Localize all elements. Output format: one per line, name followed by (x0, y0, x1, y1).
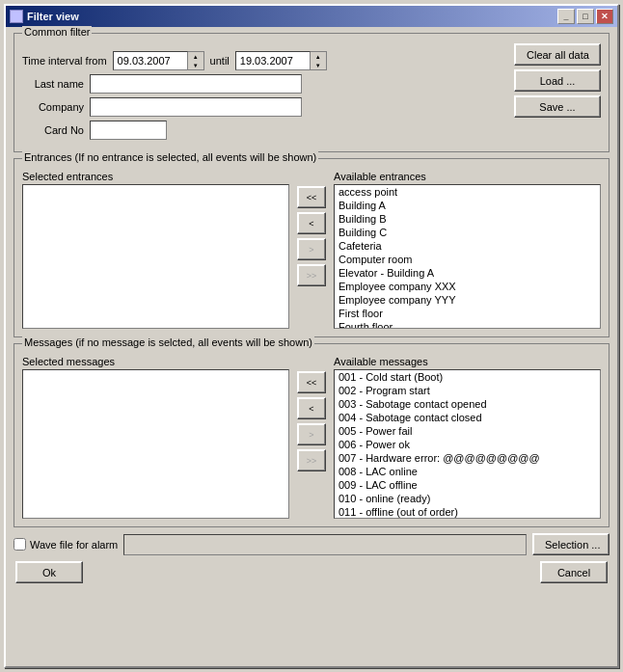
selected-messages-label: Selected messages (22, 356, 289, 367)
messages-arrow-buttons: << < > >> (293, 371, 330, 471)
entrances-section-label: Entrances (If no entrance is selected, a… (22, 151, 318, 163)
title-bar: Filter view _ □ ✕ (6, 6, 617, 27)
last-name-row: Last name (22, 74, 504, 94)
load-button[interactable]: Load ... (514, 69, 601, 92)
messages-move-all-left-button[interactable]: << (297, 371, 326, 393)
list-item[interactable]: 010 - online (ready) (335, 492, 600, 505)
list-item[interactable]: 006 - Power ok (335, 438, 600, 451)
window-icon (10, 10, 23, 23)
card-no-row: Card No (22, 121, 504, 140)
list-item[interactable]: 002 - Program start (335, 384, 600, 397)
minimize-button[interactable]: _ (557, 9, 575, 24)
cancel-button[interactable]: Cancel (540, 561, 608, 583)
right-buttons: Clear all data Load ... Save ... (514, 43, 601, 144)
title-bar-buttons: _ □ ✕ (557, 9, 613, 24)
list-item[interactable]: 004 - Sabotage contact closed (335, 411, 600, 424)
list-item[interactable]: Employee company XXX (335, 280, 600, 293)
messages-content: Selected messages << < > >> Available me… (22, 356, 601, 519)
list-item[interactable]: 008 - LAC online (335, 465, 600, 478)
selected-entrances-list[interactable] (22, 184, 289, 329)
title-bar-text: Filter view (10, 10, 79, 23)
messages-move-left-button[interactable]: < (297, 397, 326, 419)
time-interval-row: Time interval from ▲ ▼ until (22, 51, 504, 70)
entrances-move-right-button[interactable]: > (297, 238, 326, 260)
window-content: Common filter Time interval from ▲ ▼ (6, 27, 617, 589)
available-entrances-list[interactable]: access pointBuilding ABuilding BBuilding… (334, 184, 601, 329)
maximize-button[interactable]: □ (577, 9, 594, 24)
list-item[interactable]: access point (335, 185, 600, 199)
messages-section-label: Messages (if no message is selcted, all … (22, 336, 314, 348)
ok-button[interactable]: Ok (15, 561, 83, 583)
selected-entrances-panel: Selected entrances (22, 171, 289, 329)
list-item[interactable]: 005 - Power fail (335, 424, 600, 438)
date-from-up[interactable]: ▲ (188, 52, 203, 61)
date-until-down[interactable]: ▼ (311, 61, 326, 69)
date-from-input[interactable] (113, 51, 188, 70)
date-until-up[interactable]: ▲ (311, 52, 326, 61)
selected-messages-list[interactable] (22, 369, 289, 519)
list-item[interactable]: First floor (335, 307, 600, 320)
date-until-spinners: ▲ ▼ (311, 51, 327, 70)
list-item[interactable]: Fourth floor (335, 320, 600, 329)
messages-move-right-button[interactable]: > (297, 423, 326, 445)
form-rows: Time interval from ▲ ▼ until (22, 43, 504, 144)
entrances-move-all-right-button[interactable]: >> (297, 264, 326, 286)
list-item[interactable]: 001 - Cold start (Boot) (335, 370, 600, 384)
date-from-spinners: ▲ ▼ (188, 51, 204, 70)
company-input[interactable] (90, 97, 302, 117)
list-item[interactable]: 003 - Sabotage contact opened (335, 397, 600, 411)
window-title: Filter view (27, 11, 79, 22)
wave-label-text: Wave file for alarm (30, 539, 118, 551)
list-item[interactable]: 007 - Hardware error: @@@@@@@@@ (335, 451, 600, 465)
list-item[interactable]: Elevator - Building A (335, 266, 600, 280)
selected-messages-panel: Selected messages (22, 356, 289, 519)
filter-view-window: Filter view _ □ ✕ Common filter Time int… (4, 4, 619, 668)
available-messages-label: Available messages (334, 356, 601, 367)
available-entrances-label: Available entrances (334, 171, 601, 182)
entrances-arrow-buttons: << < > >> (293, 186, 330, 286)
entrances-section: Entrances (If no entrance is selected, a… (14, 158, 609, 337)
time-from-label: Time interval from (22, 55, 107, 67)
entrances-move-all-left-button[interactable]: << (297, 186, 326, 208)
selection-button[interactable]: Selection ... (532, 533, 609, 555)
wave-file-input[interactable] (123, 534, 527, 555)
wave-checkbox-label: Wave file for alarm (14, 538, 118, 551)
wave-checkbox[interactable] (14, 538, 26, 551)
company-row: Company (22, 97, 504, 117)
date-until-wrapper: ▲ ▼ (235, 51, 327, 70)
list-item[interactable]: 011 - offline (out of order) (335, 505, 600, 519)
available-messages-panel: Available messages 001 - Cold start (Boo… (334, 356, 601, 519)
close-button[interactable]: ✕ (596, 9, 613, 24)
card-no-input[interactable] (90, 121, 167, 140)
until-label: until (210, 55, 230, 67)
selected-entrances-label: Selected entrances (22, 171, 289, 182)
list-item[interactable]: Computer room (335, 253, 600, 266)
list-item[interactable]: Cafeteria (335, 239, 600, 253)
bottom-row: Wave file for alarm Selection ... (14, 533, 609, 555)
list-item[interactable]: Building A (335, 199, 600, 212)
list-item[interactable]: Building B (335, 212, 600, 226)
date-from-down[interactable]: ▼ (188, 61, 203, 69)
company-label: Company (22, 101, 90, 113)
entrances-move-left-button[interactable]: < (297, 212, 326, 234)
messages-move-all-right-button[interactable]: >> (297, 449, 326, 471)
date-from-wrapper: ▲ ▼ (113, 51, 204, 70)
available-messages-list[interactable]: 001 - Cold start (Boot)002 - Program sta… (334, 369, 601, 519)
last-name-input[interactable] (90, 74, 302, 94)
card-no-label: Card No (22, 124, 90, 136)
list-item[interactable]: Building C (335, 226, 600, 239)
common-filter-content: Time interval from ▲ ▼ until (22, 43, 601, 144)
available-entrances-panel: Available entrances access pointBuilding… (334, 171, 601, 329)
save-button[interactable]: Save ... (514, 95, 601, 118)
list-item[interactable]: Employee company YYY (335, 293, 600, 307)
footer-buttons: Ok Cancel (14, 561, 609, 583)
common-filter-label: Common filter (22, 26, 92, 38)
last-name-label: Last name (22, 78, 90, 90)
common-filter-group: Common filter Time interval from ▲ ▼ (14, 33, 609, 152)
list-item[interactable]: 009 - LAC offline (335, 478, 600, 492)
messages-section: Messages (if no message is selcted, all … (14, 343, 609, 527)
clear-all-button[interactable]: Clear all data (514, 43, 601, 66)
date-until-input[interactable] (235, 51, 311, 70)
entrances-content: Selected entrances << < > >> Available e… (22, 171, 601, 329)
